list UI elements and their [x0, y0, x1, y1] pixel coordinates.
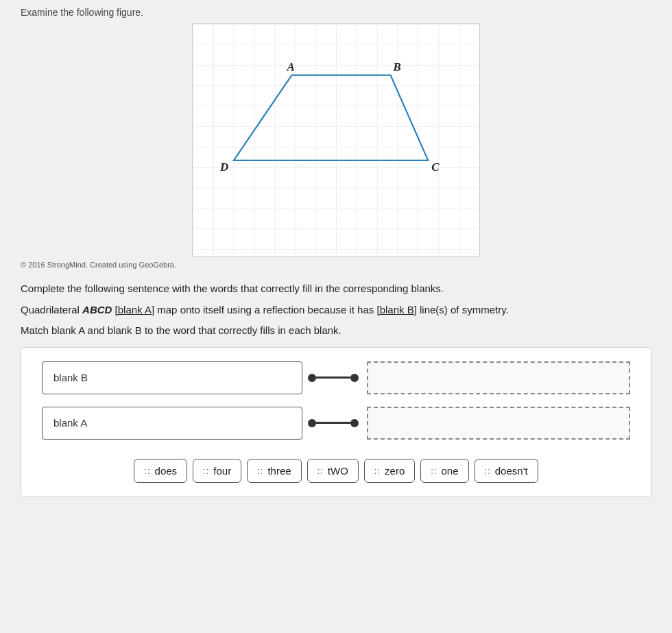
- word-chip-one[interactable]: :: one: [420, 459, 468, 483]
- word-chip-zero[interactable]: :: zero: [364, 459, 415, 483]
- dot-right-a: [350, 419, 359, 427]
- drag-icon-four: ::: [203, 466, 209, 476]
- vertex-label-a: A: [286, 60, 294, 73]
- connector-a: [302, 419, 364, 427]
- blank-b-drop-zone[interactable]: [367, 361, 630, 394]
- word-chip-three[interactable]: :: three: [247, 459, 301, 483]
- sentence-blank-a: [blank A]: [115, 304, 155, 315]
- sentence-line: Quadrilateral ABCD [blank A] map onto it…: [21, 302, 651, 318]
- blank-b-box[interactable]: blank B: [42, 361, 302, 394]
- connector-b: [302, 374, 364, 382]
- blank-b-label: blank B: [53, 372, 88, 383]
- word-chip-does[interactable]: :: does: [134, 459, 187, 483]
- sentence-part3: line(s) of symmetry.: [420, 304, 509, 315]
- sentence-part2: map onto itself using a reflection becau…: [157, 304, 376, 315]
- word-chip-four[interactable]: :: four: [193, 459, 241, 483]
- drag-icon-two: ::: [317, 466, 324, 476]
- match-instruction: Match blank A and blank B to the word th…: [21, 323, 651, 339]
- vertex-label-d: D: [219, 160, 228, 174]
- dot-left-b: [308, 374, 316, 382]
- dot-right-b: [350, 374, 359, 382]
- blank-a-label: blank A: [53, 417, 87, 429]
- top-instruction: Examine the following figure.: [21, 7, 651, 18]
- blank-a-box[interactable]: blank A: [42, 407, 302, 440]
- geogebra-figure: A B C D: [192, 23, 480, 256]
- word-label-zero: zero: [385, 465, 405, 477]
- sentence-part1: Quadrilateral: [21, 304, 82, 315]
- vertex-label-b: B: [393, 60, 401, 73]
- drag-icon-one: ::: [431, 466, 437, 476]
- match-row-blank-a: blank A: [42, 407, 630, 440]
- vertex-label-c: C: [431, 160, 440, 174]
- word-label-three: three: [267, 465, 291, 477]
- dot-left-a: [308, 419, 316, 427]
- sentence-blank-b: [blank B]: [376, 304, 416, 315]
- sentence-intro: Complete the following sentence with the…: [21, 281, 651, 297]
- copyright-text: © 2016 StrongMind. Created using GeoGebr…: [21, 261, 651, 269]
- figure-svg: A B C D: [193, 24, 479, 256]
- word-label-four: four: [213, 465, 231, 477]
- page-container: Examine the following figure. A B C D: [0, 0, 672, 633]
- figure-container: A B C D: [21, 23, 651, 256]
- word-label-two: tWO: [328, 465, 348, 477]
- line-b: [316, 377, 350, 379]
- match-row-blank-b: blank B: [42, 361, 630, 394]
- drag-icon-does: ::: [144, 466, 150, 476]
- word-chip-doesnt[interactable]: :: doesn't: [475, 459, 538, 483]
- word-label-one: one: [442, 465, 459, 477]
- matching-container: blank B blank A :: d: [21, 347, 651, 497]
- drag-icon-zero: ::: [374, 466, 381, 476]
- word-bank: :: does :: four :: three :: tWO :: zero …: [42, 452, 630, 483]
- instruction-block: Complete the following sentence with the…: [21, 281, 651, 339]
- svg-rect-0: [193, 24, 479, 256]
- word-label-doesnt: doesn't: [495, 465, 528, 477]
- sentence-abcd: ABCD: [82, 304, 112, 315]
- blank-a-drop-zone[interactable]: [367, 407, 630, 440]
- line-a: [316, 422, 350, 424]
- drag-icon-three: ::: [257, 466, 263, 476]
- drag-icon-doesnt: ::: [485, 466, 491, 476]
- word-label-does: does: [155, 465, 178, 477]
- word-chip-two[interactable]: :: tWO: [307, 459, 359, 483]
